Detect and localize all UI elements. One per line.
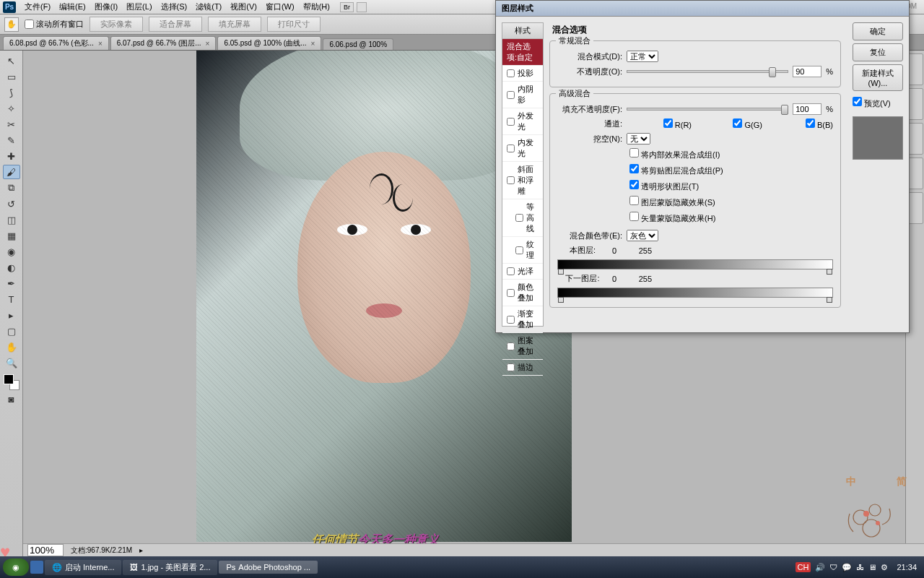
crop-tool-icon[interactable]: ✂	[3, 117, 20, 131]
type-tool-icon[interactable]: T	[3, 292, 20, 306]
blend-options-item[interactable]: 混合选项:自定	[502, 39, 543, 66]
tray-icon[interactable]: 🔊	[815, 563, 825, 572]
fill-opacity-slider[interactable]	[627, 108, 788, 111]
opacity-slider[interactable]	[627, 70, 788, 73]
taskbar-item-viewer[interactable]: 🖼 1.jpg - 美图看看 2...	[123, 560, 217, 575]
bridge-button[interactable]: Br	[340, 2, 354, 12]
cb-vector-mask[interactable]: 矢量蒙版隐藏效果(H)	[629, 212, 715, 224]
blend-mode-select[interactable]: 正常	[627, 51, 658, 62]
quickmask-icon[interactable]: ◙	[3, 392, 20, 406]
taskbar-item-photoshop[interactable]: Ps Adobe Photoshop ...	[219, 561, 318, 574]
styles-header[interactable]: 样式	[502, 23, 543, 39]
close-icon[interactable]: ×	[206, 40, 210, 48]
lasso-tool-icon[interactable]: ⟆	[3, 85, 20, 100]
eyedropper-tool-icon[interactable]: ✎	[3, 133, 20, 147]
dialog-title[interactable]: 图层样式	[496, 1, 909, 17]
eraser-tool-icon[interactable]: ◫	[3, 212, 20, 227]
texture-item[interactable]: 纹理	[502, 237, 543, 264]
hand-tool-icon[interactable]: ✋	[3, 340, 20, 354]
tray-icon[interactable]: ⚙	[881, 563, 888, 572]
taskbar-item-ie[interactable]: 🌐 启动 Interne...	[45, 560, 121, 575]
tray-icon[interactable]: 🖥	[868, 563, 876, 571]
fill-screen-button[interactable]: 填充屏幕	[208, 17, 261, 32]
ime-indicator[interactable]: CH	[796, 562, 811, 572]
system-tray: CH 🔊 🛡 💬 🖧 🖥 ⚙ 21:34	[796, 562, 921, 572]
quick-launch-icon[interactable]	[30, 561, 43, 574]
channel-b[interactable]: B(B)	[768, 118, 833, 129]
document-tab[interactable]: 6.08.psd @ 66.7% (色彩...×	[3, 36, 109, 50]
satin-item[interactable]: 光泽	[502, 264, 543, 280]
fit-screen-button[interactable]: 适合屏幕	[149, 17, 202, 32]
hand-tool-icon[interactable]: ✋	[4, 17, 19, 32]
wand-tool-icon[interactable]: ✧	[3, 101, 20, 116]
start-button[interactable]: ◉	[3, 558, 29, 576]
cb-layer-mask[interactable]: 图层蒙版隐藏效果(S)	[629, 196, 715, 208]
menu-file[interactable]: 文件(F)	[20, 0, 55, 14]
pen-tool-icon[interactable]: ✒	[3, 276, 20, 290]
marquee-tool-icon[interactable]: ▭	[3, 69, 20, 84]
tray-icon[interactable]: 💬	[842, 563, 852, 572]
clock[interactable]: 21:34	[892, 563, 921, 571]
blur-tool-icon[interactable]: ◉	[3, 244, 20, 259]
contour-item[interactable]: 等高线	[502, 199, 543, 237]
inner-shadow-item[interactable]: 内阴影	[502, 82, 543, 108]
shape-tool-icon[interactable]: ▢	[3, 324, 20, 338]
tray-icon[interactable]: 🛡	[829, 563, 837, 571]
print-size-button[interactable]: 打印尺寸	[267, 17, 321, 32]
close-icon[interactable]: ×	[98, 40, 103, 48]
document-tab[interactable]: 6.07.psd @ 66.7% (图层...×	[110, 36, 217, 50]
cb-inner-effects[interactable]: 将内部效果混合成组(I)	[629, 148, 720, 160]
pattern-overlay-item[interactable]: 图案叠加	[502, 333, 543, 360]
stroke-item[interactable]: 描边	[502, 360, 543, 376]
channel-g[interactable]: G(G)	[697, 118, 762, 129]
chevron-right-icon[interactable]: ▸	[139, 546, 143, 554]
outer-glow-item[interactable]: 外发光	[502, 108, 543, 135]
tray-icon[interactable]: 🖧	[856, 563, 864, 571]
knockout-select[interactable]: 无	[627, 133, 650, 144]
new-style-button[interactable]: 新建样式(W)...	[853, 64, 903, 91]
menu-filter[interactable]: 滤镜(T)	[191, 0, 226, 14]
preview-checkbox[interactable]: 预览(V)	[853, 97, 903, 109]
history-brush-icon[interactable]: ↺	[3, 197, 20, 211]
under-layer-gradient[interactable]	[557, 288, 833, 298]
this-layer-gradient[interactable]	[557, 259, 833, 269]
zoom-input[interactable]	[27, 544, 64, 556]
opacity-input[interactable]	[793, 66, 821, 77]
toolbox: ↖ ▭ ⟆ ✧ ✂ ✎ ✚ 🖌 ⧉ ↺ ◫ ▦ ◉ ◐ ✒ T ▸ ▢ ✋ 🔍 …	[0, 51, 23, 556]
scroll-all-checkbox[interactable]: 滚动所有窗口	[25, 19, 84, 30]
color-swatch[interactable]	[4, 374, 19, 390]
ok-button[interactable]: 确定	[853, 22, 903, 40]
menu-edit[interactable]: 编辑(E)	[55, 0, 90, 14]
menu-image[interactable]: 图像(I)	[90, 0, 122, 14]
dodge-tool-icon[interactable]: ◐	[3, 260, 20, 275]
menu-help[interactable]: 帮助(H)	[299, 0, 334, 14]
drop-shadow-item[interactable]: 投影	[502, 66, 543, 82]
document-tab[interactable]: 6.06.psd @ 100%	[323, 38, 393, 50]
cb-transparency[interactable]: 透明形状图层(T)	[629, 180, 699, 192]
blend-if-select[interactable]: 灰色	[627, 230, 658, 241]
gradient-tool-icon[interactable]: ▦	[3, 228, 20, 243]
style-list: 样式 混合选项:自定 投影 内阴影 外发光 内发光 斜面和浮雕 等高线 纹理 光…	[502, 22, 544, 327]
zoom-tool-icon[interactable]: 🔍	[3, 355, 20, 370]
color-overlay-item[interactable]: 颜色叠加	[502, 280, 543, 306]
menu-view[interactable]: 视图(V)	[226, 0, 261, 14]
menu-layer[interactable]: 图层(L)	[122, 0, 156, 14]
cancel-button[interactable]: 复位	[853, 43, 903, 61]
brush-tool-icon[interactable]: 🖌	[3, 165, 20, 179]
channel-r[interactable]: R(R)	[627, 118, 692, 129]
heal-tool-icon[interactable]: ✚	[3, 149, 20, 163]
fill-opacity-input[interactable]	[793, 103, 821, 115]
menu-select[interactable]: 选择(S)	[157, 0, 192, 14]
path-tool-icon[interactable]: ▸	[3, 308, 20, 322]
menu-window[interactable]: 窗口(W)	[261, 0, 299, 14]
bevel-item[interactable]: 斜面和浮雕	[502, 162, 543, 199]
move-tool-icon[interactable]: ↖	[3, 53, 20, 68]
stamp-tool-icon[interactable]: ⧉	[3, 181, 20, 195]
inner-glow-item[interactable]: 内发光	[502, 135, 543, 162]
close-icon[interactable]: ×	[311, 40, 315, 48]
gradient-overlay-item[interactable]: 渐变叠加	[502, 306, 543, 333]
document-tab[interactable]: 6.05.psd @ 100% (曲线...×	[217, 36, 321, 50]
workspace-icon[interactable]	[357, 2, 367, 12]
actual-pixels-button[interactable]: 实际像素	[90, 17, 143, 32]
cb-clip-layers[interactable]: 将剪贴图层混合成组(P)	[629, 164, 723, 176]
